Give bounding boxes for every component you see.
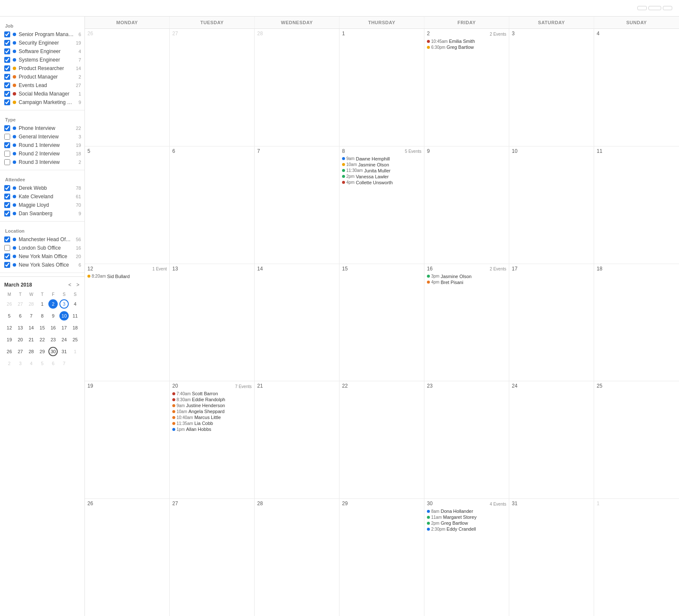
calendar-event[interactable]: 4pmBret Pisani [427, 279, 506, 285]
sidebar-checkbox[interactable] [4, 245, 10, 251]
calendar-day[interactable]: 10 [509, 146, 594, 264]
sidebar-checkbox[interactable] [4, 151, 10, 157]
mini-calendar-day[interactable]: 4 [26, 358, 36, 369]
mini-calendar-day[interactable]: 18 [70, 322, 80, 333]
calendar-event[interactable]: 2pmGreg Bartlow [427, 520, 506, 526]
mini-calendar-day[interactable]: 28 [26, 298, 36, 309]
sidebar-checkbox[interactable] [4, 125, 10, 131]
sidebar-checkbox[interactable] [4, 185, 10, 191]
sidebar-filter-item[interactable]: Round 1 Interview19 [0, 141, 84, 149]
calendar-day[interactable]: 19 [85, 381, 170, 498]
mini-calendar-day[interactable]: 26 [4, 298, 14, 309]
calendar-event[interactable]: 6:30pmGreg Bartlow [427, 44, 506, 50]
sidebar-filter-item[interactable]: Dan Swanberg9 [0, 209, 84, 218]
sidebar-filter-item[interactable]: General Interview3 [0, 132, 84, 141]
calendar-event[interactable]: 10:40amMarcus Little [172, 414, 252, 420]
sidebar-checkbox[interactable] [4, 57, 10, 63]
sidebar-checkbox[interactable] [4, 194, 10, 200]
calendar-day[interactable]: 1 [594, 499, 679, 616]
calendar-day[interactable]: 207 Events7:40amScott Barron8:30amEddie … [170, 381, 255, 498]
calendar-day[interactable]: 22 [340, 381, 424, 498]
calendar-event[interactable]: 11:35amLia Cobb [172, 420, 252, 426]
calendar-day[interactable]: 6 [170, 146, 255, 264]
sidebar-filter-item[interactable]: London Sub Office16 [0, 244, 84, 252]
calendar-event[interactable]: 9amJustine Henderson [172, 402, 252, 408]
sidebar-checkbox[interactable] [4, 99, 10, 105]
calendar-day[interactable]: 4 [594, 29, 679, 146]
sidebar-filter-item[interactable]: Product Manager2 [0, 73, 84, 81]
calendar-event[interactable]: 3pmJasmine Olson [427, 273, 506, 279]
calendar-day[interactable]: 28 [255, 499, 340, 616]
calendar-day[interactable]: 21 [255, 381, 340, 498]
calendar-event[interactable]: 10:45amEmilia Smith [427, 38, 506, 44]
mini-calendar-day[interactable]: 16 [48, 322, 58, 333]
mini-calendar-day[interactable]: 5 [37, 358, 48, 369]
calendar-event[interactable]: 8amDona Hollander [427, 508, 506, 514]
mini-calendar-day[interactable]: 17 [59, 322, 69, 333]
calendar-event[interactable]: 7:40amScott Barron [172, 391, 252, 397]
mini-calendar-day[interactable]: 20 [15, 334, 25, 345]
mini-calendar-day[interactable]: 27 [15, 298, 25, 309]
calendar-event[interactable]: 10amJasmine Olson [342, 162, 421, 168]
mini-calendar-day[interactable]: 1 [70, 346, 80, 357]
sidebar-checkbox[interactable] [4, 253, 10, 259]
mini-calendar-day[interactable]: 23 [48, 334, 58, 345]
calendar-day[interactable]: 1 [340, 29, 424, 146]
sidebar-checkbox[interactable] [4, 40, 10, 46]
calendar-day[interactable]: 29 [340, 499, 424, 616]
calendar-day[interactable]: 121 Event8:20amSid Bullard [85, 264, 170, 381]
mini-calendar-day[interactable]: 4 [70, 298, 80, 309]
calendar-day[interactable]: 26 [85, 499, 170, 616]
calendar-event[interactable]: 2:30pmEddy Crandell [427, 526, 506, 532]
mini-calendar-day[interactable]: 28 [26, 346, 36, 357]
sidebar-filter-item[interactable]: Derek Webb78 [0, 184, 84, 192]
mini-calendar-day[interactable]: 24 [59, 334, 69, 345]
calendar-day[interactable]: 27 [170, 499, 255, 616]
sidebar-filter-item[interactable]: Maggie Lloyd70 [0, 201, 84, 209]
calendar-day[interactable]: 7 [255, 146, 340, 264]
sidebar-filter-item[interactable]: Product Researcher14 [0, 64, 84, 73]
sidebar-checkbox[interactable] [4, 142, 10, 148]
mini-calendar-day[interactable]: 2 [4, 358, 14, 369]
calendar-event[interactable]: 11:30amJunita Muller [342, 168, 421, 174]
sidebar-filter-item[interactable]: Campaign Marketing Ma...9 [0, 98, 84, 107]
next-button[interactable] [663, 6, 672, 10]
mini-calendar-day[interactable]: 27 [15, 346, 25, 357]
sidebar-checkbox[interactable] [4, 48, 10, 54]
mini-calendar-day[interactable]: 30 [48, 346, 58, 357]
sidebar-checkbox[interactable] [4, 211, 10, 217]
mini-calendar-day[interactable]: 6 [15, 310, 25, 321]
sidebar-filter-item[interactable]: Kate Cleveland61 [0, 192, 84, 201]
mini-calendar-day[interactable]: 25 [70, 334, 80, 345]
mini-calendar-prev-button[interactable]: < [67, 282, 72, 288]
calendar-day[interactable]: 31 [509, 499, 594, 616]
sidebar-checkbox[interactable] [4, 134, 10, 140]
calendar-day[interactable]: 26 [85, 29, 170, 146]
sidebar-filter-item[interactable]: Manchester Head Office56 [0, 235, 84, 244]
mini-calendar-day[interactable]: 7 [59, 358, 69, 369]
calendar-day[interactable]: 28 [255, 29, 340, 146]
mini-calendar-day[interactable]: 14 [26, 322, 36, 333]
sidebar-checkbox[interactable] [4, 236, 10, 242]
mini-calendar-next-button[interactable]: > [76, 282, 80, 288]
calendar-event[interactable]: 4pmCollette Unsworth [342, 180, 421, 186]
calendar-event[interactable]: 8:20amSid Bullard [87, 273, 167, 279]
mini-calendar-day[interactable]: 8 [37, 310, 48, 321]
sidebar-checkbox[interactable] [4, 82, 10, 88]
calendar-day[interactable]: 22 Events10:45amEmilia Smith6:30pmGreg B… [424, 29, 509, 146]
calendar-day[interactable]: 18 [594, 264, 679, 381]
prev-button[interactable] [637, 6, 647, 10]
sidebar-filter-item[interactable]: Security Engineer19 [0, 39, 84, 47]
mini-calendar-day[interactable]: 10 [59, 310, 69, 321]
mini-calendar-day[interactable]: 13 [15, 322, 25, 333]
mini-calendar-day[interactable]: 3 [59, 298, 69, 309]
sidebar-filter-item[interactable]: Phone Interview22 [0, 124, 84, 132]
sidebar-filter-item[interactable]: New York Main Office20 [0, 252, 84, 261]
calendar-day[interactable]: 11 [594, 146, 679, 264]
calendar-event[interactable]: 2pmVanessa Lawler [342, 174, 421, 180]
calendar-day[interactable]: 25 [594, 381, 679, 498]
calendar-day[interactable]: 23 [424, 381, 509, 498]
calendar-day[interactable]: 162 Events3pmJasmine Olson4pmBret Pisani [424, 264, 509, 381]
sidebar-filter-item[interactable]: Senior Program Manage...6 [0, 30, 84, 39]
mini-calendar-day[interactable]: 26 [4, 346, 14, 357]
